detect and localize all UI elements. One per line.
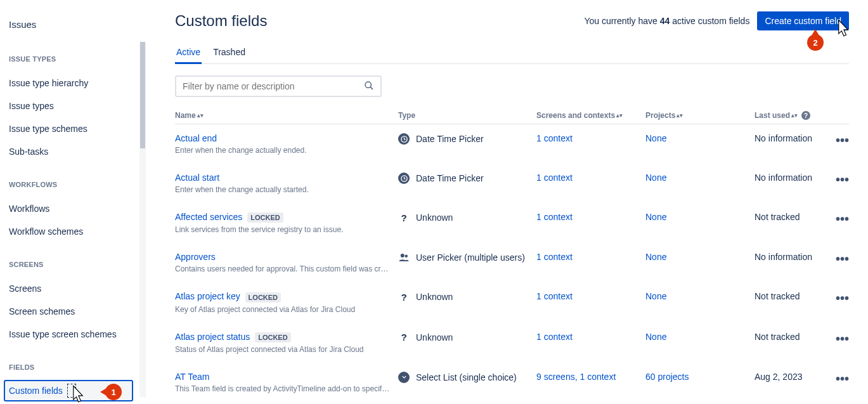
sidebar: Issues ISSUE TYPES Issue type hierarchy … [0,0,146,404]
field-description: Enter when the change actually started. [175,185,391,194]
field-name-link[interactable]: Affected services [175,212,242,222]
field-description: This Team field is created by ActivityTi… [175,384,391,393]
field-description: Key of Atlas project connected via Atlas… [175,305,391,314]
screens-link[interactable]: 1 context [536,173,645,183]
sort-icon: ▴▾ [677,114,683,117]
tabs: Active Trashed [175,42,849,64]
screens-link[interactable]: 1 context [536,212,645,222]
last-used-value: No information [755,173,824,183]
main-content: Custom fields You currently have 44 acti… [146,0,868,404]
screens-link[interactable]: 1 context [536,133,645,143]
row-actions-menu[interactable]: ••• [824,291,849,306]
projects-link[interactable]: None [645,332,755,342]
field-type: Select List (single choice) [416,372,517,382]
sidebar-item-issue-types[interactable]: Issue types [9,94,146,117]
field-type: Date Time Picker [416,173,484,183]
column-last-used[interactable]: Last used▴▾ ? [755,111,824,120]
sidebar-item-workflows[interactable]: Workflows [9,197,146,220]
tab-trashed[interactable]: Trashed [212,42,247,63]
row-actions-menu[interactable]: ••• [824,372,849,386]
annotation-callout-1: 1 [105,384,122,400]
sort-icon: ▴▾ [616,114,623,117]
projects-link[interactable]: None [645,133,755,143]
create-custom-field-button[interactable]: Create custom field [757,11,849,30]
page-title: Custom fields [175,12,267,30]
sidebar-item-issue-type-schemes[interactable]: Issue type schemes [9,117,146,140]
clock-icon [398,133,410,145]
projects-link[interactable]: 60 projects [645,372,755,382]
sidebar-item-sub-tasks[interactable]: Sub-tasks [9,140,146,163]
screens-link[interactable]: 9 screens, 1 context [536,372,645,382]
clock-icon [398,173,410,184]
sidebar-item-workflow-schemes[interactable]: Workflow schemes [9,220,146,243]
table-row: Atlas project key LOCKED Key of Atlas pr… [175,282,849,322]
svg-line-1 [370,87,373,89]
projects-link[interactable]: None [645,212,755,222]
field-type: User Picker (multiple users) [416,252,525,263]
field-type: Unknown [416,332,453,342]
sidebar-scrollbar[interactable] [139,42,146,397]
field-type: Unknown [416,212,453,223]
row-actions-menu[interactable]: ••• [824,133,849,148]
field-name-link[interactable]: Actual start [175,173,219,183]
sidebar-item-label: Custom fields [9,386,63,396]
projects-link[interactable]: None [645,291,755,301]
field-description: Link services from the service registry … [175,225,391,234]
svg-point-5 [405,255,408,258]
sidebar-group-fields: FIELDS [9,363,146,371]
sidebar-item-screen-schemes[interactable]: Screen schemes [9,300,146,323]
column-name[interactable]: Name▴▾ [175,111,398,120]
sidebar-item-custom-fields[interactable]: Custom fields 1 [4,380,133,401]
active-fields-count: You currently have 44 active custom fiel… [584,16,749,26]
column-screens[interactable]: Screens and contexts▴▾ [536,111,645,120]
row-actions-menu[interactable]: ••• [824,212,849,226]
projects-link[interactable]: None [645,252,755,262]
field-name-link[interactable]: AT Team [175,372,209,382]
column-projects[interactable]: Projects▴▾ [645,111,755,120]
sidebar-group-issue-types: ISSUE TYPES [9,55,146,63]
last-used-value: Not tracked [755,332,824,342]
locked-badge: LOCKED [245,292,281,303]
table-row: AT Team This Team field is created by Ac… [175,363,849,402]
field-description: Status of Atlas project connected via At… [175,345,391,354]
table-row: Actual start Enter when the change actua… [175,164,849,203]
question-icon: ? [398,212,410,223]
sidebar-group-workflows: WORKFLOWS [9,181,146,188]
row-actions-menu[interactable]: ••• [824,252,849,266]
screens-link[interactable]: 1 context [536,291,645,301]
focus-indicator [67,384,76,398]
screens-link[interactable]: 1 context [536,252,645,262]
tab-active[interactable]: Active [175,42,202,64]
search-icon [364,81,374,93]
locked-badge: LOCKED [255,332,290,342]
field-description: Contains users needed for approval. This… [175,264,391,273]
field-name-link[interactable]: Approvers [175,252,216,262]
help-icon[interactable]: ? [801,111,810,120]
filter-input[interactable] [183,81,364,91]
svg-point-0 [365,82,371,88]
sidebar-item-issue-type-hierarchy[interactable]: Issue type hierarchy [9,72,146,94]
table-row: Actual end Enter when the change actuall… [175,124,849,164]
users-icon [398,252,410,263]
field-name-link[interactable]: Atlas project status [175,332,250,342]
sort-icon: ▴▾ [791,114,798,117]
last-used-value: No information [755,252,824,262]
field-description: Enter when the change actually ended. [175,146,391,155]
last-used-value: Not tracked [755,212,824,222]
sidebar-item-issue-type-screen-schemes[interactable]: Issue type screen schemes [9,323,146,346]
field-name-link[interactable]: Actual end [175,133,217,143]
last-used-value: No information [755,133,824,143]
last-used-value: Not tracked [755,291,824,301]
screens-link[interactable]: 1 context [536,332,645,342]
field-type: Date Time Picker [416,134,484,144]
row-actions-menu[interactable]: ••• [824,173,849,187]
sidebar-item-screens[interactable]: Screens [9,277,146,300]
projects-link[interactable]: None [645,173,755,183]
filter-box[interactable] [175,75,382,97]
table-row: Approvers Contains users needed for appr… [175,243,849,282]
chevron-down-icon [398,372,410,383]
field-type: Unknown [416,292,453,302]
sort-icon: ▴▾ [197,114,204,117]
field-name-link[interactable]: Atlas project key [175,291,240,301]
row-actions-menu[interactable]: ••• [824,332,849,346]
